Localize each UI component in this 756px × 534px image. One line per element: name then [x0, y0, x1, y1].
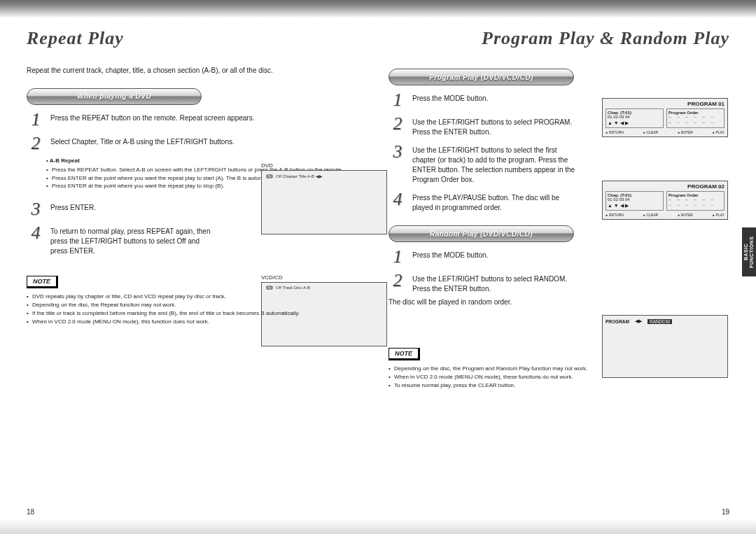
- note-item: When in VCD 2.0 mode (MENU ON mode), thi…: [27, 318, 368, 326]
- step-number: 2: [388, 115, 407, 137]
- random-step-2: 2 Use the LEFT/RIGHT buttons to select R…: [388, 272, 729, 294]
- pill-label: Program Play (DVD/VCD/CD): [429, 73, 533, 81]
- step-text: Press the REPEAT button on the remote. R…: [50, 111, 254, 129]
- pill-program-play: Program Play (DVD/VCD/CD): [388, 69, 574, 85]
- step-number: 4: [388, 190, 407, 213]
- step-number: 1: [388, 91, 407, 109]
- repeat-icon: ↻: [266, 286, 273, 290]
- step-number: 1: [27, 111, 45, 129]
- step-number: 4: [27, 224, 45, 256]
- step-text: To return to normal play, press REPEAT a…: [50, 224, 218, 256]
- right-notes: Depending on the disc, the Program and R…: [388, 365, 729, 390]
- pill-random-play: Random Play (DVD/VCD/CD): [388, 225, 574, 242]
- pill-when-playing-dvd: When playing a DVD: [27, 88, 202, 105]
- step-text: Press the MODE button.: [412, 91, 488, 109]
- step-number: 2: [27, 134, 45, 153]
- right-page: Program Play & Random Play Program Play …: [388, 28, 729, 390]
- osd-dvd-wrapper: DVD ↻ Off Chapter Title A-B ◀▶: [261, 162, 387, 234]
- page-number-left: 18: [27, 508, 34, 516]
- left-notes: DVD repeats play by chapter or title, CD…: [27, 293, 368, 326]
- step-text: Use the LEFT/RIGHT buttons to select the…: [412, 143, 577, 185]
- step-text: Press the MODE button.: [412, 248, 488, 266]
- left-intro: Repeat the current track, chapter, title…: [27, 66, 368, 76]
- program-step-3: 3 Use the LEFT/RIGHT buttons to select t…: [388, 143, 729, 185]
- osd-dvd-box: ↻ Off Chapter Title A-B ◀▶: [261, 170, 387, 234]
- random-after: The disc will be played in random order.: [388, 298, 729, 306]
- left-step-1: 1 Press the REPEAT button on the remote.…: [27, 111, 368, 129]
- note-tag-right: NOTE: [388, 348, 420, 360]
- pill-label: When playing a DVD: [77, 92, 151, 100]
- left-step-2: 2 Select Chapter, Title or A-B using the…: [27, 134, 368, 153]
- osd-dvd-line: Off Chapter Title A-B ◀▶: [276, 174, 323, 178]
- osd-vcd-label: VCD/CD: [261, 274, 387, 281]
- note-item: Depending on the disc, the Repeat functi…: [27, 301, 368, 309]
- random-step-1: 1 Press the MODE button.: [388, 248, 729, 266]
- note-item: Depending on the disc, the Program and R…: [388, 365, 729, 373]
- page-number-right: 19: [722, 508, 729, 516]
- step-number: 2: [388, 272, 407, 294]
- step-text: Use the LEFT/RIGHT buttons to select PRO…: [412, 115, 573, 137]
- step-text: Use the LEFT/RIGHT buttons to select RAN…: [412, 272, 577, 294]
- osd-dvd-label: DVD: [261, 162, 387, 169]
- step-text: Press ENTER.: [50, 200, 96, 218]
- note-item: To resume normal play, press the CLEAR b…: [388, 381, 729, 390]
- bottom-gradient: [0, 519, 756, 534]
- note-item: When in VCD 2.0 mode (MENU ON mode), the…: [388, 373, 729, 381]
- side-tab: BASIC FUNCTIONS: [742, 227, 756, 276]
- left-page: Repeat Play Repeat the current track, ch…: [27, 28, 368, 390]
- note-item: DVD repeats play by chapter or title, CD…: [27, 293, 368, 301]
- side-tab-label: BASIC FUNCTIONS: [743, 227, 755, 276]
- program-step-4: 4 Press the PLAY/PAUSE button. The disc …: [388, 190, 729, 213]
- step-text: Press the PLAY/PAUSE button. The disc wi…: [412, 190, 577, 213]
- step-number: 3: [27, 200, 45, 218]
- step-text: Select Chapter, Title or A-B using the L…: [50, 134, 234, 153]
- left-title: Repeat Play: [27, 28, 368, 49]
- note-tag-left: NOTE: [27, 276, 58, 288]
- pill-label: Random Play (DVD/VCD/CD): [430, 230, 533, 238]
- step-number: 1: [388, 248, 407, 266]
- osd-vcd-line: Off Track Disc A-B: [276, 286, 310, 290]
- program-step-2: 2 Use the LEFT/RIGHT buttons to select P…: [388, 115, 729, 137]
- program-step-1: 1 Press the MODE button.: [388, 91, 729, 109]
- repeat-icon: ↻: [266, 174, 273, 178]
- step-number: 3: [388, 143, 407, 185]
- right-title: Program Play & Random Play: [388, 28, 729, 49]
- note-item: If the title or track is completed befor…: [27, 309, 368, 318]
